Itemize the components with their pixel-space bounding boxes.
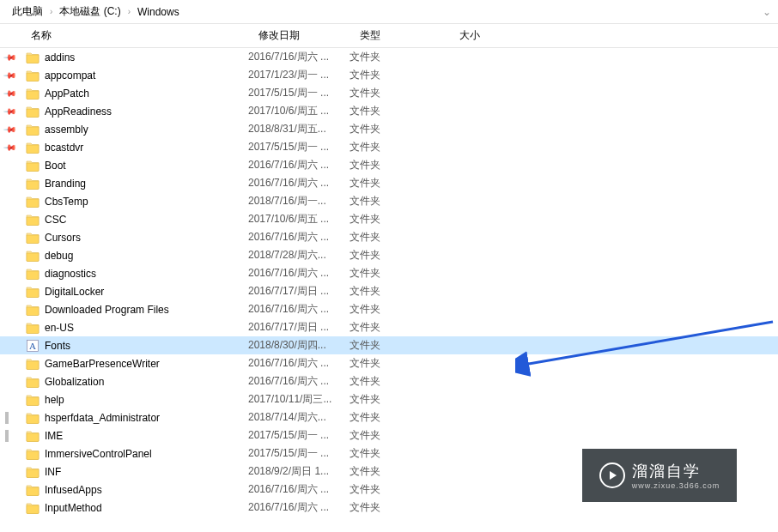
file-type: 文件夹: [349, 86, 449, 100]
breadcrumb[interactable]: 此电脑 › 本地磁盘 (C:) › Windows ⌄: [0, 0, 778, 24]
file-type: 文件夹: [349, 158, 449, 172]
pin-icon: 📌: [3, 68, 17, 82]
file-row[interactable]: 📌bcastdvr2017/5/15/周一 ...文件夹: [0, 138, 778, 156]
column-header-name[interactable]: 名称: [26, 24, 253, 47]
file-row[interactable]: en-US2016/7/17/周日 ...文件夹: [0, 318, 778, 336]
file-type: 文件夹: [349, 356, 449, 371]
file-row[interactable]: DigitalLocker2016/7/17/周日 ...文件夹: [0, 282, 778, 300]
folder-icon: [26, 123, 40, 136]
folder-icon: [26, 285, 40, 299]
file-date: 2017/10/11/周三...: [248, 392, 349, 407]
chevron-down-icon[interactable]: ⌄: [763, 6, 771, 18]
breadcrumb-item-2[interactable]: Windows: [134, 6, 183, 18]
file-name-cell: diagnostics: [26, 267, 248, 281]
breadcrumb-item-0[interactable]: 此电脑: [9, 4, 46, 19]
file-row[interactable]: AFonts2018/8/30/周四...文件夹: [0, 336, 778, 354]
file-row[interactable]: 📌AppReadiness2017/10/6/周五 ...文件夹: [0, 102, 778, 120]
file-row[interactable]: 📌appcompat2017/1/23/周一 ...文件夹: [0, 66, 778, 84]
file-row[interactable]: CbsTemp2018/7/16/周一...文件夹: [0, 192, 778, 210]
folder-icon: [26, 393, 40, 407]
file-name: AppPatch: [45, 88, 89, 100]
file-row[interactable]: GameBarPresenceWriter2016/7/16/周六 ...文件夹: [0, 354, 778, 372]
file-type: 文件夹: [349, 446, 449, 461]
file-name-cell: hsperfdata_Administrator: [26, 411, 248, 425]
folder-icon: [26, 159, 40, 172]
file-name-cell: assembly: [26, 123, 248, 136]
column-header-type[interactable]: 类型: [355, 24, 454, 47]
file-row[interactable]: hsperfdata_Administrator2018/7/14/周六...文…: [0, 408, 778, 426]
file-row[interactable]: diagnostics2016/7/16/周六 ...文件夹: [0, 264, 778, 282]
file-type: 文件夹: [349, 122, 449, 136]
pin-icon: 📌: [3, 140, 17, 154]
file-date: 2018/7/28/周六...: [248, 248, 349, 263]
folder-icon: [26, 465, 40, 479]
watermark-title: 溜溜自学: [632, 461, 720, 481]
file-name-cell: addins: [26, 51, 248, 64]
column-header-date[interactable]: 修改日期: [253, 24, 355, 47]
file-name: CbsTemp: [45, 196, 88, 208]
file-name: debug: [45, 250, 73, 262]
file-name-cell: Downloaded Program Files: [26, 303, 248, 317]
file-name-cell: InfusedApps: [26, 483, 248, 497]
file-row[interactable]: debug2018/7/28/周六...文件夹: [0, 246, 778, 264]
file-type: 文件夹: [349, 428, 449, 443]
svg-text:A: A: [29, 341, 36, 351]
file-row[interactable]: Cursors2016/7/16/周六 ...文件夹: [0, 228, 778, 246]
file-row[interactable]: IME2017/5/15/周一 ...文件夹: [0, 426, 778, 444]
grey-marker: [5, 430, 9, 442]
file-name: help: [45, 394, 64, 406]
file-name-cell: Globalization: [26, 375, 248, 389]
file-name-cell: en-US: [26, 321, 248, 335]
folder-icon: [26, 267, 40, 281]
column-header-size[interactable]: 大小: [454, 24, 523, 47]
file-date: 2016/7/16/周六 ...: [248, 500, 349, 515]
file-name: DigitalLocker: [45, 286, 104, 298]
file-name-cell: ImmersiveControlPanel: [26, 447, 248, 461]
folder-icon: [26, 429, 40, 443]
file-name: InputMethod: [45, 502, 102, 514]
file-date: 2017/1/23/周一 ...: [248, 68, 349, 82]
file-name-cell: Cursors: [26, 231, 248, 245]
breadcrumb-item-1[interactable]: 本地磁盘 (C:): [56, 4, 124, 19]
file-type: 文件夹: [349, 482, 449, 497]
file-name: appcompat: [45, 70, 95, 82]
pin-icon: 📌: [3, 104, 17, 118]
file-row[interactable]: CSC2017/10/6/周五 ...文件夹: [0, 210, 778, 228]
pin-icon: 📌: [3, 86, 17, 100]
file-name: Fonts: [45, 340, 70, 352]
file-name: bcastdvr: [45, 142, 83, 154]
file-date: 2016/7/16/周六 ...: [248, 374, 349, 389]
file-row[interactable]: Branding2016/7/16/周六 ...文件夹: [0, 174, 778, 192]
folder-icon: [26, 483, 40, 497]
file-row[interactable]: 📌AppPatch2017/5/15/周一 ...文件夹: [0, 84, 778, 102]
folder-icon: [26, 87, 40, 100]
file-type: 文件夹: [349, 248, 449, 263]
file-date: 2016/7/17/周日 ...: [248, 320, 349, 335]
pin-icon: 📌: [3, 50, 17, 63]
file-date: 2016/7/16/周六 ...: [248, 230, 349, 245]
file-row[interactable]: 📌assembly2018/8/31/周五...文件夹: [0, 120, 778, 138]
file-date: 2017/10/6/周五 ...: [248, 212, 349, 227]
file-name: Boot: [45, 160, 66, 172]
grey-marker: [5, 412, 9, 424]
file-name-cell: InputMethod: [26, 501, 248, 515]
file-type: 文件夹: [349, 338, 449, 353]
file-name: en-US: [45, 322, 74, 334]
folder-icon: [26, 501, 40, 515]
file-type: 文件夹: [349, 68, 449, 82]
file-name-cell: AppReadiness: [26, 105, 248, 118]
file-row[interactable]: Globalization2016/7/16/周六 ...文件夹: [0, 372, 778, 390]
file-row[interactable]: Boot2016/7/16/周六 ...文件夹: [0, 156, 778, 174]
file-row[interactable]: 📌addins2016/7/16/周六 ...文件夹: [0, 48, 778, 66]
folder-icon: [26, 447, 40, 461]
file-name-cell: appcompat: [26, 69, 248, 82]
folder-icon: [26, 105, 40, 118]
file-row[interactable]: help2017/10/11/周三...文件夹: [0, 390, 778, 408]
file-date: 2016/7/16/周六 ...: [248, 50, 349, 64]
file-name-cell: INF: [26, 465, 248, 479]
file-row[interactable]: Downloaded Program Files2016/7/16/周六 ...…: [0, 300, 778, 318]
file-date: 2018/7/14/周六...: [248, 410, 349, 425]
file-name-cell: help: [26, 393, 248, 407]
file-type: 文件夹: [349, 500, 449, 515]
folder-icon: [26, 357, 40, 371]
